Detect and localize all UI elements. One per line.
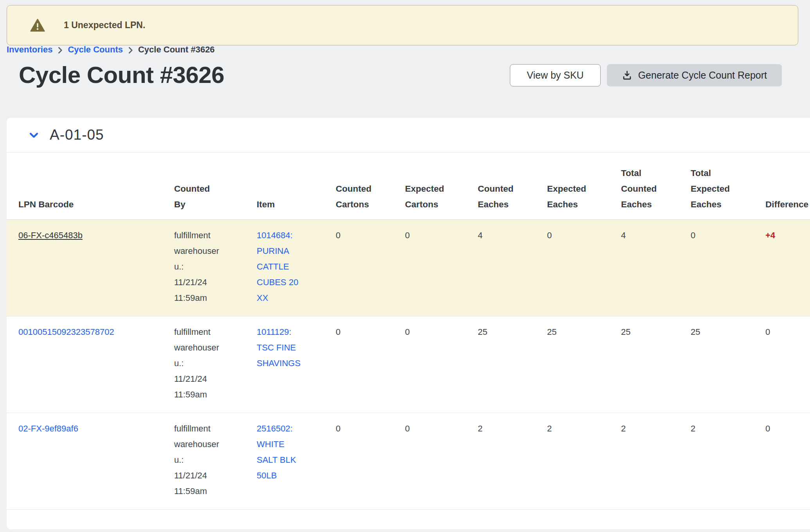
item-link[interactable]: 1014684: PURINA CATTLE CUBES 20 XX [257, 228, 303, 306]
expected-eaches-cell: 25 [547, 316, 621, 413]
difference-value: 0 [765, 327, 770, 337]
counted-eaches-value: 4 [478, 230, 482, 240]
counted-eaches-value: 25 [478, 327, 487, 337]
item-cell: 1011129: TSC FINE SHAVINGS [257, 316, 336, 413]
difference-cell: +4 [765, 219, 810, 316]
lpn-link[interactable]: 00100515092323578702 [18, 327, 114, 337]
generate-report-label: Generate Cycle Count Report [638, 70, 767, 81]
counted-by-user: fulfillment warehouser u.: [174, 228, 221, 275]
lpn-table: LPN Barcode Counted By Item Counted Cart… [7, 153, 810, 510]
table-row: 00100515092323578702 fulfillment warehou… [7, 316, 810, 413]
counted-cartons-cell: 0 [336, 413, 405, 509]
item-cell: 1014684: PURINA CATTLE CUBES 20 XX [257, 219, 336, 316]
total-counted-eaches-value: 25 [621, 327, 630, 337]
counted-eaches-cell: 4 [478, 219, 547, 316]
table-row: 02-FX-9ef89af6 fulfillment warehouser u.… [7, 413, 810, 509]
item-link[interactable]: 2516502: WHITE SALT BLK 50LB [257, 421, 303, 483]
breadcrumb-inventories[interactable]: Inventories [7, 45, 52, 55]
counted-cartons-value: 0 [336, 230, 340, 240]
breadcrumb: Inventories Cycle Counts Cycle Count #36… [7, 45, 215, 55]
counted-by-cell: fulfillment warehouser u.: 11/21/24 11:5… [174, 316, 257, 413]
column-header-total-expected-eaches: Total Expected Eaches [691, 153, 765, 219]
difference-value: +4 [765, 230, 775, 240]
page-title: Cycle Count #3626 [19, 59, 224, 91]
column-header-total-counted-eaches: Total Counted Eaches [621, 153, 691, 219]
total-expected-eaches-value: 25 [691, 327, 700, 337]
page-header: Cycle Count #3626 View by SKU Generate C… [19, 59, 782, 91]
expected-cartons-cell: 0 [405, 316, 478, 413]
counted-cartons-value: 0 [336, 424, 340, 433]
chevron-down-icon[interactable] [28, 129, 40, 141]
total-expected-eaches-cell: 2 [691, 413, 765, 509]
counted-by-cell: fulfillment warehouser u.: 11/21/24 11:5… [174, 413, 257, 509]
column-header-counted-by: Counted By [174, 153, 257, 219]
counted-by-user: fulfillment warehouser u.: [174, 421, 221, 468]
total-counted-eaches-value: 4 [621, 230, 626, 240]
counted-cartons-cell: 0 [336, 316, 405, 413]
total-expected-eaches-value: 0 [691, 230, 695, 240]
item-link[interactable]: 1011129: TSC FINE SHAVINGS [257, 324, 303, 371]
table-header-row: LPN Barcode Counted By Item Counted Cart… [7, 153, 810, 219]
counted-by-time: 11/21/24 11:59am [174, 275, 221, 306]
expected-eaches-cell: 0 [547, 219, 621, 316]
cycle-count-card: A-01-05 LPN Barcode Counted By Item Coun… [7, 118, 810, 529]
counted-eaches-value: 2 [478, 424, 482, 433]
difference-cell: 0 [765, 316, 810, 413]
column-header-item: Item [257, 153, 336, 219]
unexpected-lpn-alert: 1 Unexpected LPN. [7, 5, 798, 45]
counted-by-time: 11/21/24 11:59am [174, 371, 221, 403]
counted-eaches-cell: 25 [478, 316, 547, 413]
location-section-header[interactable]: A-01-05 [7, 118, 810, 153]
cycle-count-page: { "alert": { "text": "1 Unexpected LPN."… [0, 0, 810, 532]
expected-cartons-value: 0 [405, 327, 410, 337]
difference-cell: 0 [765, 413, 810, 509]
counted-by-user: fulfillment warehouser u.: [174, 324, 221, 371]
view-by-sku-button[interactable]: View by SKU [510, 64, 600, 86]
lpn-link[interactable]: 02-FX-9ef89af6 [18, 424, 78, 433]
column-header-counted-eaches: Counted Eaches [478, 153, 547, 219]
breadcrumb-current: Cycle Count #3626 [138, 45, 215, 55]
breadcrumb-cycle-counts[interactable]: Cycle Counts [68, 45, 123, 55]
expected-cartons-cell: 0 [405, 219, 478, 316]
column-header-expected-cartons: Expected Cartons [405, 153, 478, 219]
counted-cartons-value: 0 [336, 327, 340, 337]
total-counted-eaches-cell: 2 [621, 413, 691, 509]
item-cell: 2516502: WHITE SALT BLK 50LB [257, 413, 336, 509]
generate-report-button[interactable]: Generate Cycle Count Report [607, 64, 782, 86]
difference-value: 0 [765, 424, 770, 433]
location-label: A-01-05 [50, 127, 104, 143]
expected-cartons-value: 0 [405, 424, 410, 433]
expected-cartons-cell: 0 [405, 413, 478, 509]
column-header-counted-cartons: Counted Cartons [336, 153, 405, 219]
lpn-link[interactable]: 06-FX-c465483b [18, 230, 83, 240]
counted-by-cell: fulfillment warehouser u.: 11/21/24 11:5… [174, 219, 257, 316]
expected-eaches-cell: 2 [547, 413, 621, 509]
total-expected-eaches-value: 2 [691, 424, 695, 433]
lpn-cell: 06-FX-c465483b [7, 219, 174, 316]
lpn-cell: 00100515092323578702 [7, 316, 174, 413]
expected-cartons-value: 0 [405, 230, 410, 240]
expected-eaches-value: 0 [547, 230, 552, 240]
lpn-cell: 02-FX-9ef89af6 [7, 413, 174, 509]
counted-eaches-cell: 2 [478, 413, 547, 509]
chevron-right-icon [128, 47, 133, 54]
total-counted-eaches-cell: 25 [621, 316, 691, 413]
alert-text: 1 Unexpected LPN. [64, 20, 145, 31]
chevron-right-icon [58, 47, 63, 54]
expected-eaches-value: 2 [547, 424, 552, 433]
total-counted-eaches-value: 2 [621, 424, 626, 433]
header-actions: View by SKU Generate Cycle Count Report [510, 64, 782, 86]
table-row: 06-FX-c465483b fulfillment warehouser u.… [7, 219, 810, 316]
total-counted-eaches-cell: 4 [621, 219, 691, 316]
counted-by-time: 11/21/24 11:59am [174, 468, 221, 499]
total-expected-eaches-cell: 25 [691, 316, 765, 413]
column-header-lpn-barcode: LPN Barcode [7, 153, 174, 219]
download-icon [622, 70, 632, 81]
column-header-difference: Difference [765, 153, 810, 219]
total-expected-eaches-cell: 0 [691, 219, 765, 316]
counted-cartons-cell: 0 [336, 219, 405, 316]
expected-eaches-value: 25 [547, 327, 556, 337]
warning-icon [30, 18, 45, 32]
column-header-expected-eaches: Expected Eaches [547, 153, 621, 219]
